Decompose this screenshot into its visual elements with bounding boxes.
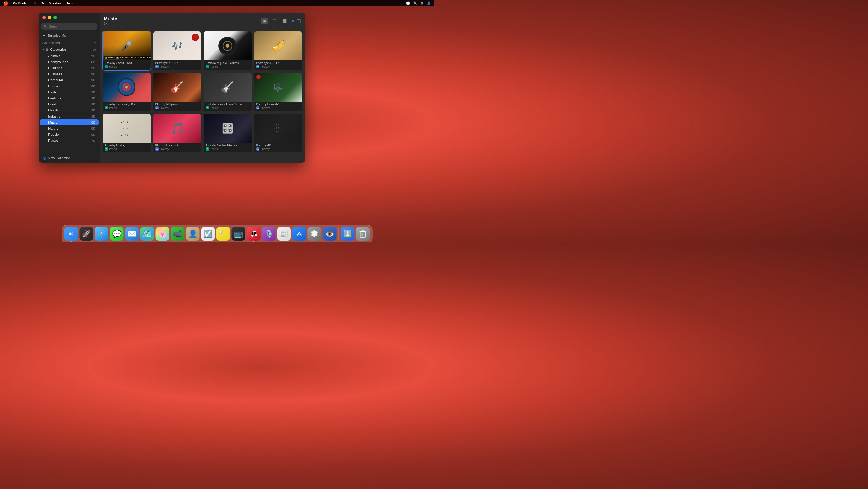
sidebar-toggle-button[interactable]: ◫ xyxy=(297,18,301,24)
dock-icon-contacts[interactable]: 👤 xyxy=(186,227,200,240)
new-collection-button[interactable]: ⊕ New Collection xyxy=(39,153,100,163)
collections-header[interactable]: Collections ▾ xyxy=(39,40,100,46)
photo-thumbnail: ♩ ♪ ♫ ♬♩ ♪ ♫ ♬♩ ♪ ♫ ♬ xyxy=(254,114,302,143)
sidebar-item-backgrounds[interactable]: Backgrounds 8K xyxy=(40,59,98,65)
app-name[interactable]: PicFindr xyxy=(12,1,26,5)
svg-rect-16 xyxy=(362,231,364,232)
sidebar-item-health[interactable]: Health 9K xyxy=(40,107,98,113)
menu-go[interactable]: Go xyxy=(40,1,45,5)
favorite-button[interactable]: ♥ xyxy=(291,18,294,24)
dock-icon-safari[interactable] xyxy=(95,227,108,240)
sidebar-item-people[interactable]: People 9K xyxy=(40,132,98,138)
dock-icon-downloads[interactable]: ⬇️ xyxy=(341,227,354,240)
photo-info: Photo by k-e-k-u-l-é px Pixabay xyxy=(254,60,302,70)
dock-icon-launchpad[interactable]: 🚀 xyxy=(80,227,93,240)
photo-info: Photo by Mollyroselee px Pixabay xyxy=(153,102,201,111)
apple-menu[interactable]: 🍎 xyxy=(3,1,8,6)
minimize-button[interactable] xyxy=(48,16,51,19)
sidebar-item-music[interactable]: Music 9K xyxy=(40,119,98,125)
category-name: Buildings xyxy=(48,66,62,70)
photo-thumbnail: 🎵 xyxy=(153,114,201,143)
source-name: Pixabay xyxy=(260,148,270,151)
photo-card[interactable]: Photo by Miguel Á. Padriñán P Pexels xyxy=(204,31,252,70)
photo-card[interactable]: 🎺 Photo by k-e-k-u-l-é px Pixabay xyxy=(254,31,302,70)
sidebar-item-feelings[interactable]: Feelings 2K xyxy=(40,95,98,101)
sidebar-item-computer[interactable]: Computer 9K xyxy=(40,77,98,83)
dock-icon-news[interactable]: 📰 xyxy=(277,227,291,240)
photo-thumbnail: 🎼 xyxy=(254,73,302,102)
photo-card[interactable]: ♩ ♪ ♫ ♬— — — —♩ ♪ ♫ ♬— — — —♩ ♪ ♫ ♬ Phot… xyxy=(103,114,151,152)
photo-card[interactable]: ♩ ♪ ♫ ♬♩ ♪ ♫ ♬♩ ♪ ♫ ♬ Photo by GDJ px Pi… xyxy=(254,114,302,152)
surprise-icon: ✦ xyxy=(42,33,45,37)
menu-window[interactable]: Window xyxy=(49,1,61,5)
photo-card[interactable]: 🎼 Photo by k-e-k-u-l-é px Pixabay xyxy=(254,73,302,111)
list-view-button[interactable]: ☰ xyxy=(271,18,278,24)
surprise-me-button[interactable]: ✦ Surprise Me xyxy=(39,32,100,39)
dock-icon-maps[interactable]: 🗺️ xyxy=(141,227,154,240)
dock-icon-app-store[interactable] xyxy=(292,227,306,240)
menubar-grid[interactable]: ⊞ xyxy=(421,1,424,5)
source-name: Pexels xyxy=(210,107,218,109)
source-icon: px xyxy=(155,65,159,68)
search-input[interactable] xyxy=(41,23,97,30)
dock-icon-photos[interactable]: 🌸 xyxy=(156,227,169,240)
photo-credit: Photo by k-e-k-u-l-é xyxy=(256,62,300,64)
category-count: 9K xyxy=(91,121,95,124)
sidebar-item-industry[interactable]: Industry 9K xyxy=(40,113,98,119)
menu-edit[interactable]: Edit xyxy=(30,1,36,5)
photo-card[interactable]: 🎛️ Photo by Stephen Niemeier P Pexels xyxy=(204,114,252,152)
category-name: Business xyxy=(48,72,62,76)
svg-point-12 xyxy=(255,234,257,236)
category-name: Industry xyxy=(48,114,60,118)
menubar-search[interactable]: 🔍 xyxy=(413,1,417,5)
photo-card[interactable]: 🎶 Photo by k-e-k-u-l-é px Pixabay xyxy=(153,31,201,70)
sidebar-item-fashion[interactable]: Fashion 9K xyxy=(40,89,98,95)
photo-credit: Photo by Mollyroselee xyxy=(155,103,199,106)
dock-icon-music[interactable] xyxy=(247,227,260,240)
photo-grid: 🎤 P Pexels 🏷️ People at Concert · Vishnu… xyxy=(103,31,302,152)
dock-icon-notes[interactable]: 📝— — — xyxy=(216,227,230,240)
search-container: 🔍 xyxy=(39,23,100,30)
photo-thumbnail: 🎶 xyxy=(153,31,201,60)
maximize-button[interactable] xyxy=(54,16,57,19)
photo-source: P Pexels xyxy=(206,106,249,109)
dock-icon-system-preferences[interactable] xyxy=(308,227,321,240)
category-count: 9K xyxy=(91,133,95,136)
source-name: Pixabay xyxy=(160,107,169,109)
category-name: Backgrounds xyxy=(48,60,68,64)
menu-help[interactable]: Help xyxy=(65,1,72,5)
dock-icon-trash[interactable] xyxy=(356,227,370,240)
dock-icon-podcasts[interactable]: 🎙️ xyxy=(262,227,276,240)
photo-card[interactable]: 🎸 Photo by Jessica Lewis Creative P Pexe… xyxy=(204,73,252,111)
menubar-control-center[interactable]: 🕐 xyxy=(406,1,410,5)
category-name: Food xyxy=(48,102,56,106)
close-button[interactable] xyxy=(42,16,46,19)
dock-icon-proxyman[interactable]: 👁️ xyxy=(323,227,337,240)
dock-icon-facetime[interactable]: 📹 xyxy=(171,227,185,240)
sidebar-item-places[interactable]: Places 7K xyxy=(40,138,98,144)
photo-card[interactable]: Photo by Elviss Railijs Bitāns P Pexels xyxy=(103,73,151,111)
preview-view-button[interactable]: ⬜ xyxy=(280,18,288,24)
grid-view-button[interactable]: ⊞ xyxy=(260,18,268,24)
sidebar-item-food[interactable]: Food 9K xyxy=(40,101,98,107)
photo-image: 🎸 xyxy=(204,73,252,102)
sidebar-item-education[interactable]: Education 8K xyxy=(40,83,98,89)
sidebar-item-business[interactable]: Business 9K xyxy=(40,71,98,77)
photo-card[interactable]: 🎸 Photo by Mollyroselee px Pixabay xyxy=(153,73,201,111)
photo-card[interactable]: 🎵 Photo by k-e-k-u-l-é px Pixabay xyxy=(153,114,201,152)
source-name: Pexels xyxy=(109,107,117,109)
sidebar-item-nature[interactable]: Nature 9K xyxy=(40,125,98,132)
source-icon: px xyxy=(256,65,259,68)
sidebar-item-buildings[interactable]: Buildings 9K xyxy=(40,65,98,71)
dock-icon-messages[interactable]: 💬 xyxy=(110,227,124,240)
photo-grid-container[interactable]: 🎤 P Pexels 🏷️ People at Concert · Vishnu… xyxy=(100,28,305,163)
dock-icon-finder[interactable] xyxy=(64,227,78,240)
categories-header[interactable]: ▾ ⊞ Categories 20 xyxy=(39,46,100,53)
photo-card[interactable]: 🎤 P Pexels 🏷️ People at Concert · Vishnu… xyxy=(103,31,151,70)
photo-info: Photo by k-e-k-u-l-é px Pixabay xyxy=(254,102,302,111)
sidebar-item-animals[interactable]: Animals 9K xyxy=(40,53,98,59)
dock-icon-mail[interactable]: ✉️ xyxy=(125,227,139,240)
dock-icon-reminders[interactable]: ☑️ xyxy=(201,227,215,240)
photo-credit: Photo by Stephen Niemeier xyxy=(206,144,249,147)
dock-icon-tv[interactable]: 📺 xyxy=(232,227,245,240)
